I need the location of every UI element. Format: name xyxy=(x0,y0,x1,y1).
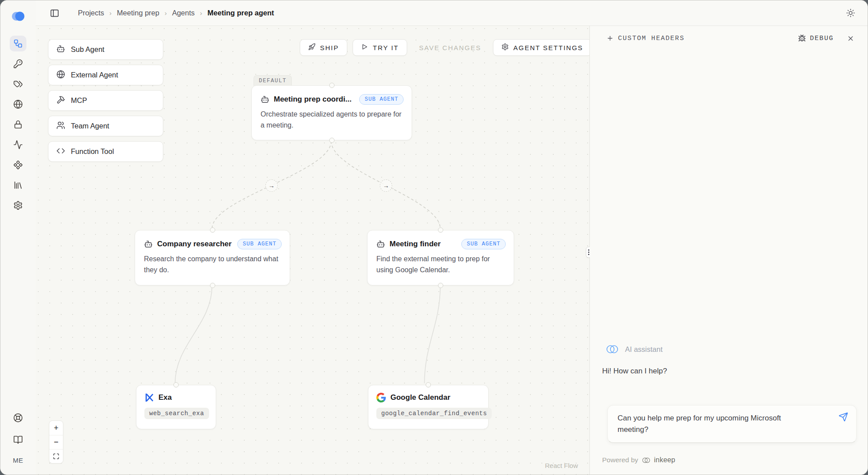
node-handle[interactable] xyxy=(173,382,179,387)
palette-item-label: External Agent xyxy=(71,71,118,79)
close-icon[interactable] xyxy=(847,35,854,42)
save-changes-label: SAVE CHANGES xyxy=(419,44,481,51)
palette-mcp[interactable]: MCP xyxy=(48,90,163,111)
agent-settings-button[interactable]: AGENT SETTINGS xyxy=(493,39,592,56)
google-logo-icon xyxy=(376,393,386,402)
powered-by: Powered by inkeep xyxy=(602,456,675,464)
node-handle[interactable] xyxy=(438,283,443,288)
debug-button[interactable]: DEBUG xyxy=(798,34,834,42)
ship-button[interactable]: SHIP xyxy=(300,39,347,56)
fit-view-button[interactable] xyxy=(49,449,63,463)
flow-canvas[interactable]: → → Sub Agent External Agent MCP xyxy=(36,26,589,475)
node-handle[interactable] xyxy=(210,283,215,288)
breadcrumb-current-agent: Meeting prep agent xyxy=(207,9,274,17)
breadcrumb-separator: › xyxy=(110,9,112,17)
node-handle[interactable] xyxy=(329,138,335,143)
node-title: Google Calendar xyxy=(390,393,450,402)
palette-item-label: Sub Agent xyxy=(71,45,104,54)
gear-icon xyxy=(501,43,509,52)
breadcrumb-separator: › xyxy=(165,9,167,17)
node-tool-exa[interactable]: Exa web_search_exa xyxy=(136,385,216,429)
debug-panel-header: CUSTOM HEADERS DEBUG xyxy=(590,26,868,51)
palette-item-label: Function Tool xyxy=(71,147,114,156)
sub-agent-badge: SUB AGENT xyxy=(359,94,404,105)
user-avatar[interactable]: ME xyxy=(13,454,23,467)
palette-external-agent[interactable]: External Agent xyxy=(48,65,163,85)
palette-function-tool[interactable]: Function Tool xyxy=(48,141,163,162)
palette-item-label: Team Agent xyxy=(71,122,109,130)
code-icon xyxy=(56,146,65,157)
assistant-greeting: Hi! How can I help? xyxy=(602,367,667,376)
docs-icon[interactable] xyxy=(10,432,26,448)
debug-label: DEBUG xyxy=(810,35,834,42)
node-company-researcher[interactable]: Company researcher SUB AGENT Research th… xyxy=(135,230,290,285)
rail-item-security-icon[interactable] xyxy=(10,117,26,132)
inkeep-logo-icon xyxy=(11,10,26,22)
node-palette: Sub Agent External Agent MCP Team Agent xyxy=(48,39,163,162)
canvas-toolbar: SHIP TRY IT SAVE CHANGES AGENT SETTINGS xyxy=(300,39,592,56)
app-window: ME Projects › Meeting prep › Agents › Me… xyxy=(0,0,868,475)
add-custom-headers-button[interactable]: CUSTOM HEADERS xyxy=(607,35,684,42)
try-it-label: TRY IT xyxy=(373,44,399,51)
assistant-name: AI assistant xyxy=(625,345,662,354)
tool-id-tag: web_search_exa xyxy=(144,408,209,419)
theme-toggle-sun-icon[interactable] xyxy=(846,8,855,18)
node-handle[interactable] xyxy=(426,382,431,387)
node-meeting-prep-coordinator[interactable]: Meeting prep coordi... SUB AGENT Orchest… xyxy=(251,85,412,140)
edge-arrow-icon: → xyxy=(265,179,278,192)
zoom-out-button[interactable]: − xyxy=(49,435,63,449)
palette-sub-agent[interactable]: Sub Agent xyxy=(48,39,163,60)
node-title: Meeting finder xyxy=(390,240,441,248)
rail-item-api-keys-icon[interactable] xyxy=(10,56,26,72)
node-tool-google-calendar[interactable]: Google Calendar google_calendar_find_eve… xyxy=(368,385,489,429)
breadcrumb-project-name[interactable]: Meeting prep xyxy=(117,9,159,17)
rail-item-settings-icon[interactable] xyxy=(10,197,26,213)
bot-icon xyxy=(56,44,65,55)
node-description: Find the external meeting to prep for us… xyxy=(368,252,514,276)
globe-icon xyxy=(56,70,65,80)
node-meeting-finder[interactable]: Meeting finder SUB AGENT Find the extern… xyxy=(367,230,514,285)
sub-agent-badge: SUB AGENT xyxy=(237,239,282,249)
breadcrumb-separator: › xyxy=(200,9,202,17)
bot-icon xyxy=(261,95,269,104)
agent-settings-label: AGENT SETTINGS xyxy=(513,44,583,51)
node-description: Orchestrate specialized agents to prepar… xyxy=(252,107,412,131)
help-icon[interactable] xyxy=(10,410,26,426)
hammer-icon xyxy=(56,95,65,106)
rail-item-activity-icon[interactable] xyxy=(10,137,26,153)
rail-item-library-icon[interactable] xyxy=(10,177,26,193)
powered-by-label: Powered by xyxy=(602,456,638,464)
sidebar-toggle-icon[interactable] xyxy=(50,8,59,18)
react-flow-attribution: React Flow xyxy=(545,462,578,469)
play-icon xyxy=(361,43,368,52)
sub-agent-badge: SUB AGENT xyxy=(461,239,506,249)
exa-logo-icon xyxy=(144,393,154,402)
zoom-in-button[interactable]: + xyxy=(49,421,63,435)
save-changes-button[interactable]: SAVE CHANGES xyxy=(412,39,488,56)
try-it-button[interactable]: TRY IT xyxy=(353,39,407,56)
breadcrumb-projects[interactable]: Projects xyxy=(78,9,104,17)
rail-item-credentials-icon[interactable] xyxy=(10,76,26,92)
bug-icon xyxy=(798,34,806,42)
chat-input[interactable]: Can you help me prep for my upcoming Mic… xyxy=(607,405,857,443)
rail-item-components-icon[interactable] xyxy=(10,157,26,173)
inkeep-brand[interactable]: inkeep xyxy=(654,456,675,464)
tool-id-tag: google_calendar_find_events xyxy=(376,408,492,419)
icon-rail: ME xyxy=(0,0,36,475)
custom-headers-label: CUSTOM HEADERS xyxy=(618,35,684,42)
node-description: Research the company to understand what … xyxy=(135,252,290,276)
palette-item-label: MCP xyxy=(71,96,87,105)
rocket-icon xyxy=(308,43,316,52)
breadcrumb-agents[interactable]: Agents xyxy=(172,9,195,17)
rail-item-graph-icon[interactable] xyxy=(10,36,26,51)
plus-icon xyxy=(607,35,614,42)
node-handle[interactable] xyxy=(210,227,215,233)
bot-icon xyxy=(144,240,153,248)
palette-team-agent[interactable]: Team Agent xyxy=(48,116,163,136)
send-icon[interactable] xyxy=(839,412,848,422)
node-handle[interactable] xyxy=(329,83,335,88)
rail-item-network-icon[interactable] xyxy=(10,96,26,112)
node-handle[interactable] xyxy=(438,227,443,233)
zoom-controls: + − xyxy=(49,420,63,464)
chat-input-value: Can you help me prep for my upcoming Mic… xyxy=(618,413,811,436)
